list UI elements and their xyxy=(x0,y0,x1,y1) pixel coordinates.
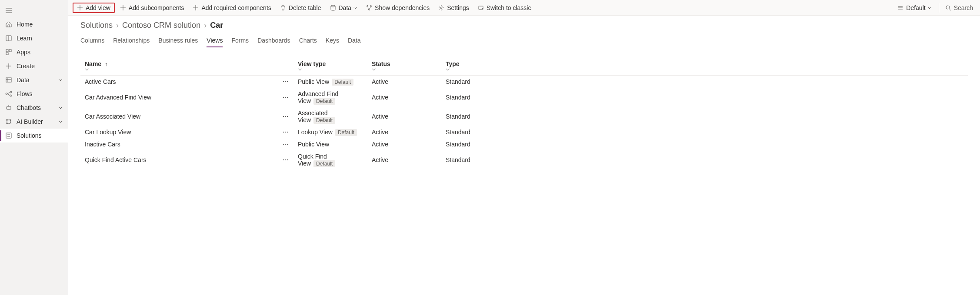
tab-relationships[interactable]: Relationships xyxy=(113,34,150,46)
svg-point-10 xyxy=(10,119,11,121)
chevron-down-icon xyxy=(58,119,63,124)
button-label: Add required components xyxy=(201,4,271,11)
chevron-down-icon[interactable] xyxy=(372,67,437,72)
dependencies-icon xyxy=(366,5,372,11)
main-area: Add view Add subcomponents Add required … xyxy=(68,0,980,295)
table-row[interactable]: Car Advanced Find View⋯Advanced Find Vie… xyxy=(80,88,968,107)
cell-type: Standard xyxy=(441,150,968,169)
hamburger-button[interactable] xyxy=(0,3,68,17)
chevron-down-icon xyxy=(58,78,63,82)
default-dropdown-button[interactable]: Default xyxy=(894,3,935,13)
sidebar-item-label: Create xyxy=(17,63,63,70)
show-dependencies-button[interactable]: Show dependencies xyxy=(363,3,433,13)
svg-point-6 xyxy=(10,91,12,93)
cell-view-type: Advanced Find ViewDefault xyxy=(293,88,367,107)
search-input[interactable]: Search xyxy=(942,3,977,13)
sidebar-item-label: AI Builder xyxy=(17,118,58,125)
cell-name[interactable]: Inactive Cars xyxy=(80,138,276,150)
sidebar: Home Learn Apps Create Data Flows xyxy=(0,0,68,295)
cell-name[interactable]: Car Advanced Find View xyxy=(80,88,276,107)
sidebar-item-label: Learn xyxy=(17,35,63,42)
row-more-actions[interactable]: ⋯ xyxy=(276,126,293,138)
cell-name[interactable]: Active Cars xyxy=(80,76,276,88)
svg-point-12 xyxy=(10,123,11,124)
tab-views[interactable]: Views xyxy=(207,34,223,46)
cell-name[interactable]: Car Lookup View xyxy=(80,126,276,138)
row-more-actions[interactable]: ⋯ xyxy=(276,88,293,107)
sidebar-item-ai-builder[interactable]: AI Builder xyxy=(0,115,68,129)
sidebar-item-learn[interactable]: Learn xyxy=(0,31,68,45)
data-dropdown-button[interactable]: Data xyxy=(327,3,361,13)
table-row[interactable]: Inactive Cars⋯Public ViewActiveStandard xyxy=(80,138,968,150)
tab-business-rules[interactable]: Business rules xyxy=(158,34,198,46)
add-required-components-button[interactable]: Add required components xyxy=(189,3,274,13)
sidebar-item-solutions[interactable]: Solutions xyxy=(0,129,68,143)
cell-name[interactable]: Quick Find Active Cars xyxy=(80,150,276,169)
add-view-button[interactable]: Add view xyxy=(73,3,115,13)
tab-keys[interactable]: Keys xyxy=(326,34,339,46)
tab-charts[interactable]: Charts xyxy=(299,34,317,46)
search-icon xyxy=(945,5,951,11)
chevron-down-icon[interactable] xyxy=(85,67,272,72)
default-badge: Default xyxy=(332,79,353,86)
button-label: Add subcomponents xyxy=(129,4,184,11)
table-row[interactable]: Car Associated View⋯Associated ViewDefau… xyxy=(80,107,968,126)
plus-icon xyxy=(120,5,126,11)
home-icon xyxy=(5,21,12,28)
plus-icon xyxy=(77,5,83,11)
switch-icon xyxy=(478,5,484,11)
tab-data[interactable]: Data xyxy=(348,34,361,46)
column-header-type[interactable]: Type xyxy=(441,57,968,76)
table-row[interactable]: Car Lookup View⋯Lookup ViewDefaultActive… xyxy=(80,126,968,138)
row-more-actions[interactable]: ⋯ xyxy=(276,150,293,169)
chevron-down-icon[interactable] xyxy=(298,67,363,72)
chevron-down-icon xyxy=(58,106,63,110)
row-more-actions[interactable]: ⋯ xyxy=(276,107,293,126)
sidebar-item-label: Home xyxy=(17,21,63,28)
sidebar-item-flows[interactable]: Flows xyxy=(0,87,68,101)
cell-type: Standard xyxy=(441,107,968,126)
tab-columns[interactable]: Columns xyxy=(80,34,104,46)
table-row[interactable]: Quick Find Active Cars⋯Quick Find ViewDe… xyxy=(80,150,968,169)
sidebar-item-apps[interactable]: Apps xyxy=(0,45,68,59)
settings-button[interactable]: Settings xyxy=(435,3,473,13)
sidebar-item-data[interactable]: Data xyxy=(0,73,68,87)
header-label: View type xyxy=(298,60,326,67)
plus-icon xyxy=(193,5,199,11)
ai-builder-icon xyxy=(5,118,12,125)
button-label: Switch to classic xyxy=(487,4,531,11)
tab-dashboards[interactable]: Dashboards xyxy=(257,34,290,46)
default-badge: Default xyxy=(335,129,357,136)
chatbot-icon xyxy=(5,104,12,111)
header-label: Type xyxy=(446,60,460,67)
sidebar-item-chatbots[interactable]: Chatbots xyxy=(0,101,68,115)
svg-point-18 xyxy=(440,7,442,9)
cell-name[interactable]: Car Associated View xyxy=(80,107,276,126)
svg-point-17 xyxy=(369,9,370,10)
header-label: Name xyxy=(85,60,101,67)
button-label: Data xyxy=(339,4,352,11)
apps-icon xyxy=(5,49,12,56)
tab-forms[interactable]: Forms xyxy=(231,34,249,46)
table-row[interactable]: Active Cars⋯Public ViewDefaultActiveStan… xyxy=(80,76,968,88)
column-header-view-type[interactable]: View type xyxy=(293,57,367,76)
sidebar-item-home[interactable]: Home xyxy=(0,17,68,31)
cell-status: Active xyxy=(367,76,441,88)
sidebar-item-label: Solutions xyxy=(17,132,63,139)
switch-to-classic-button[interactable]: Switch to classic xyxy=(474,3,535,13)
breadcrumb-item[interactable]: Contoso CRM solution xyxy=(122,21,200,30)
breadcrumb-item[interactable]: Solutions xyxy=(80,21,113,30)
breadcrumb-separator: › xyxy=(116,21,119,30)
cell-status: Active xyxy=(367,138,441,150)
row-more-actions[interactable]: ⋯ xyxy=(276,138,293,150)
column-header-name[interactable]: Name ↑ xyxy=(80,57,276,76)
row-more-actions[interactable]: ⋯ xyxy=(276,76,293,88)
cell-type: Standard xyxy=(441,138,968,150)
default-badge: Default xyxy=(313,160,335,167)
sidebar-item-create[interactable]: Create xyxy=(0,59,68,73)
add-subcomponents-button[interactable]: Add subcomponents xyxy=(117,3,188,13)
chevron-down-icon[interactable] xyxy=(446,67,963,72)
delete-table-button[interactable]: Delete table xyxy=(277,3,325,13)
column-header-status[interactable]: Status xyxy=(367,57,441,76)
cell-view-type: Associated ViewDefault xyxy=(293,107,367,126)
